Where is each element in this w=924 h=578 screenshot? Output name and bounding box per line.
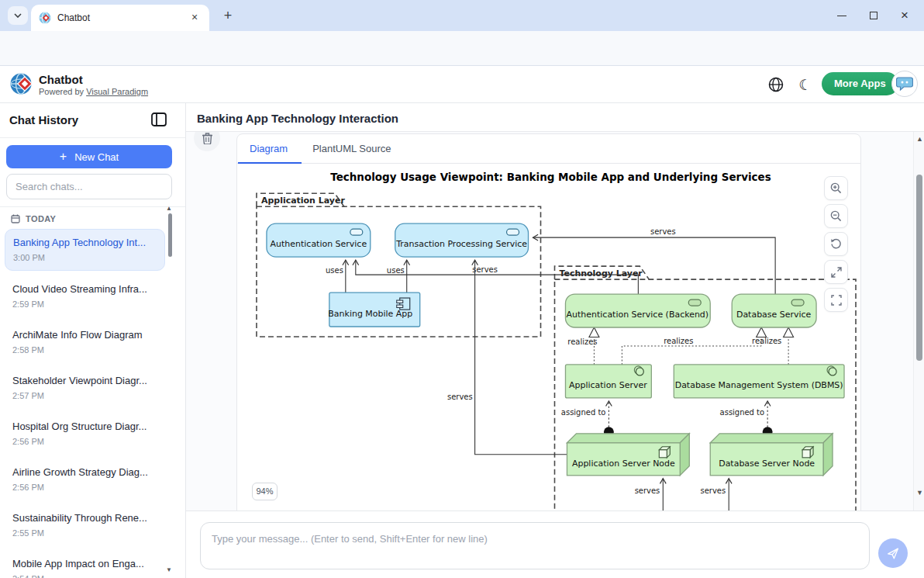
diagram-tabs: Diagram PlantUML Source [237,134,860,164]
edge-label: serves [472,265,498,274]
edge-label: assigned to [720,408,765,417]
tech-service-icon [688,299,701,306]
scroll-up-icon[interactable]: ▲ [916,135,923,143]
fullscreen-button[interactable] [824,288,848,312]
tab-strip: Chatbot × + × [0,0,924,31]
tab-close-icon[interactable]: × [188,11,202,25]
browser-window: Chatbot × + × ai-toolbox.visual-paradigm… [0,0,924,578]
app-header [0,66,924,103]
new-tab-button[interactable]: + [219,7,237,26]
search-chats-input[interactable] [6,174,172,199]
plus-icon: + [60,150,67,164]
chat-item[interactable]: Hospital Org Structure Diagr...2:56 PM [5,414,165,454]
archimate-diagram: Technology Usage Viewpoint: Banking Mobi… [237,164,860,511]
more-apps-button[interactable]: More Apps [822,72,898,95]
conversation-title: Banking App Technology Interaction [197,112,398,125]
application-layer-label: Application Layer [261,196,345,206]
technology-layer-label: Technology Layer [559,268,643,279]
browser-tab-chatbot[interactable]: Chatbot × [31,5,209,31]
fit-to-screen-button[interactable] [824,260,848,284]
favicon-visual-paradigm [39,12,51,24]
svg-text:Authentication Service: Authentication Service [271,239,367,249]
edge-label: realizes [752,337,781,345]
chat-content-area: Diagram PlantUML Source Technology Usage… [186,132,924,511]
node-application-server[interactable]: Application Server [565,365,651,398]
zoom-out-button[interactable] [824,204,848,228]
scrollbar-thumb[interactable] [916,175,922,361]
edge-label: serves [650,227,676,236]
powered-by: Powered by Visual Paradigm [39,87,148,96]
svg-text:Database Management System (DB: Database Management System (DBMS) [675,380,843,390]
chat-history-title: Chat History [9,113,78,126]
svg-text:Application Server: Application Server [569,380,647,390]
trash-icon [202,132,213,144]
sidebar-scroll-down-icon[interactable]: ▼ [166,566,172,573]
today-section-header: TODAY [0,207,185,227]
chat-list: Banking App Technology Int...3:00 PM Clo… [0,227,185,578]
diagram-controls [824,176,848,312]
tab-title: Chatbot [57,12,188,23]
svg-text:Transaction Processing Service: Transaction Processing Service [395,239,527,249]
node-cube-icon [659,447,670,458]
edge-label: uses [326,266,343,275]
scroll-down-icon[interactable]: ▼ [916,489,923,497]
calendar-icon [11,214,20,223]
chatbot-widget-icon[interactable] [891,71,918,97]
chat-item[interactable]: Sustainability Through Rene...2:55 PM [5,505,165,545]
reset-view-button[interactable] [824,232,848,256]
chat-item[interactable]: Cloud Video Streaming Infra...2:59 PM [5,276,165,317]
svg-text:Application Server Node: Application Server Node [572,459,675,469]
language-globe-icon[interactable] [767,76,784,93]
send-button[interactable] [878,538,908,568]
visual-paradigm-logo [9,71,34,96]
node-banking-mobile-app[interactable]: Banking Mobile App [328,292,419,327]
window-close-button[interactable]: × [901,12,908,19]
window-controls: × [837,0,918,31]
svg-text:Database Server Node: Database Server Node [719,459,815,469]
visual-paradigm-link[interactable]: Visual Paradigm [86,87,148,96]
svg-text:Database Service: Database Service [736,310,812,320]
node-authentication-service-backend[interactable]: Authentication Service (Backend) [565,294,710,327]
edge-label: uses [387,266,405,275]
message-input[interactable] [200,522,870,569]
chat-item[interactable]: ArchiMate Info Flow Diagram2:58 PM [5,322,165,362]
window-maximize-button[interactable] [870,12,877,19]
dark-mode-moon-icon[interactable]: ☾ [797,76,814,93]
tab-diagram[interactable]: Diagram [250,134,288,164]
sidebar-scroll-up-icon[interactable]: ▲ [166,205,172,212]
tab-search-button[interactable] [8,6,28,25]
sidebar-scrollbar[interactable] [168,213,172,257]
chat-item[interactable]: Airline Growth Strategy Diag...2:56 PM [5,459,165,500]
content-scrollbar[interactable]: ▲ ▼ [913,132,924,511]
delete-chat-button[interactable] [194,132,220,151]
node-authentication-service[interactable]: Authentication Service [267,223,371,257]
edge-label: serves [701,486,726,495]
node-dbms[interactable]: Database Management System (DBMS) [674,365,844,398]
node-database-server-node[interactable]: Database Server Node [710,434,833,476]
svg-text:Banking Mobile App: Banking Mobile App [328,309,412,319]
app-service-icon [507,229,519,235]
conversation-titlebar: Banking App Technology Interaction [186,103,924,132]
message-input-bar [186,511,924,578]
tab-plantuml-source[interactable]: PlantUML Source [312,134,391,164]
chat-item[interactable]: Banking App Technology Int...3:00 PM [5,229,165,271]
new-chat-button[interactable]: +New Chat [6,145,172,168]
zoom-in-button[interactable] [824,176,848,200]
sidebar-collapse-icon[interactable] [151,112,167,126]
edge-label: serves [447,393,473,401]
window-minimize-button[interactable] [837,16,846,16]
browser-toolbar: ai-toolbox.visual-paradigm.com/app/chatb… [0,31,924,66]
chat-item[interactable]: Stakeholder Viewpoint Diagr...2:57 PM [5,368,165,408]
edge-label: serves [635,486,660,495]
node-database-service[interactable]: Database Service [732,294,816,327]
diagram-title: Technology Usage Viewpoint: Banking Mobi… [330,171,771,183]
node-cube-icon [802,447,813,458]
tech-service-icon [791,299,804,306]
node-application-server-node[interactable]: Application Server Node [567,434,689,476]
node-transaction-processing-service[interactable]: Transaction Processing Service [395,223,529,257]
send-plane-icon [886,546,900,560]
chat-item[interactable]: Mobile App Impact on Enga...2:54 PM [5,551,165,578]
divider [0,137,185,138]
diagram-canvas[interactable]: Technology Usage Viewpoint: Banking Mobi… [237,164,860,511]
zoom-level-badge: 94% [252,483,278,500]
